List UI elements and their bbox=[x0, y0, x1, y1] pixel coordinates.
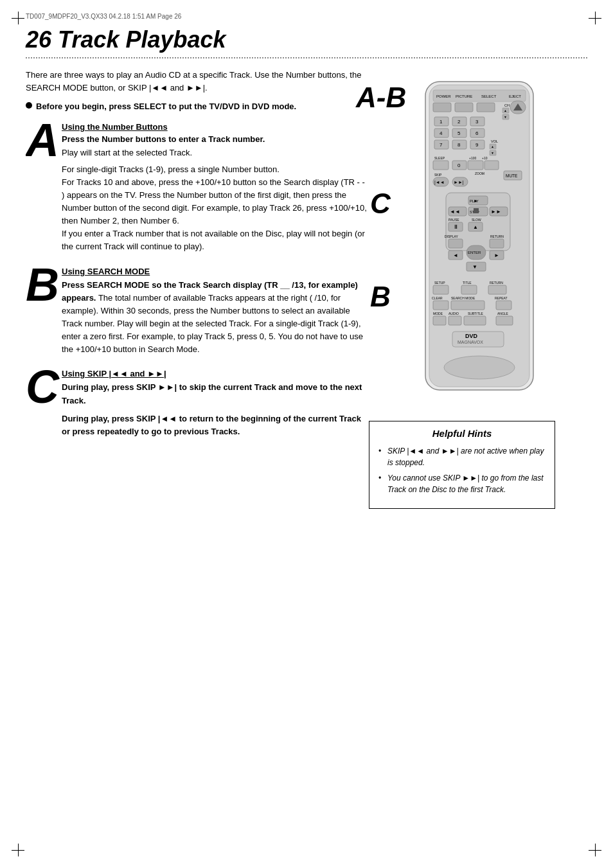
svg-text:◄◄: ◄◄ bbox=[450, 209, 460, 215]
page-title: 26 Track Playback bbox=[26, 26, 587, 53]
svg-rect-86 bbox=[433, 285, 449, 294]
label-c: C bbox=[370, 188, 391, 220]
svg-text:▼: ▼ bbox=[504, 115, 507, 119]
svg-text:MUTE: MUTE bbox=[506, 173, 518, 178]
main-layout: There are three ways to play an Audio CD… bbox=[26, 69, 587, 509]
svg-text:CH: CH bbox=[504, 103, 510, 107]
section-c-body2: During play, press SKIP |◄◄ to return to… bbox=[62, 412, 369, 438]
svg-text:3: 3 bbox=[475, 119, 479, 125]
meta-line: TD007_9MDPF20_V3.QX33 04.2.18 1:51 AM Pa… bbox=[26, 13, 587, 20]
section-c: C Using SKIP |◄◄ and ►►| During play, pr… bbox=[26, 369, 369, 438]
section-a: A Using the Number Buttons Press the Num… bbox=[26, 122, 369, 254]
section-c-body1: During play, press SKIP ►►| to skip the … bbox=[62, 381, 369, 407]
section-a-subheading: Press the Number buttons to enter a Trac… bbox=[62, 134, 369, 144]
svg-rect-74 bbox=[449, 239, 463, 248]
svg-text:7: 7 bbox=[440, 142, 443, 148]
svg-rect-101 bbox=[433, 316, 446, 325]
svg-text:PLAY: PLAY bbox=[470, 199, 479, 203]
remote-svg: POWER PICTURE SELECT EJECT bbox=[420, 78, 539, 400]
svg-rect-47 bbox=[484, 161, 499, 170]
svg-rect-103 bbox=[464, 316, 486, 325]
hints-title: Helpful Hints bbox=[378, 428, 546, 439]
svg-text:MAGNAVOX: MAGNAVOX bbox=[458, 340, 483, 344]
bullet-text: Before you begin, press SELECT to put th… bbox=[36, 100, 296, 113]
section-c-heading: Using SKIP |◄◄ and ►►| bbox=[62, 369, 369, 378]
remote-area: A-B C B POWER PICTURE bbox=[369, 75, 562, 402]
svg-text:9: 9 bbox=[475, 142, 479, 148]
svg-text:6: 6 bbox=[475, 130, 479, 136]
svg-text:⏸: ⏸ bbox=[453, 224, 459, 230]
svg-rect-96 bbox=[496, 301, 511, 310]
section-b-body: Press SEARCH MODE so the Track Search di… bbox=[62, 279, 369, 357]
svg-text:2: 2 bbox=[458, 119, 461, 125]
svg-text:▲: ▲ bbox=[473, 224, 478, 230]
svg-text:SKIP: SKIP bbox=[434, 173, 442, 177]
svg-text:4: 4 bbox=[440, 130, 443, 136]
svg-text:1: 1 bbox=[440, 119, 443, 125]
crosshair-bl bbox=[12, 844, 24, 856]
section-c-letter: C bbox=[26, 369, 59, 410]
crosshair-br bbox=[589, 844, 601, 856]
svg-text:REPEAT: REPEAT bbox=[495, 296, 508, 300]
svg-rect-41 bbox=[433, 161, 449, 170]
svg-rect-102 bbox=[449, 316, 461, 325]
svg-text:DVD: DVD bbox=[465, 333, 478, 339]
section-b-content: Using SEARCH MODE Press SEARCH MODE so t… bbox=[62, 267, 369, 357]
label-ab: A-B bbox=[356, 82, 406, 114]
svg-text:TITLE: TITLE bbox=[463, 281, 472, 285]
svg-rect-104 bbox=[496, 316, 513, 325]
svg-text:DISPLAY: DISPLAY bbox=[445, 235, 458, 238]
svg-rect-90 bbox=[488, 285, 506, 294]
right-col: A-B C B POWER PICTURE bbox=[369, 69, 587, 509]
svg-text:RETURN: RETURN bbox=[490, 281, 503, 285]
section-b: B Using SEARCH MODE Press SEARCH MODE so… bbox=[26, 267, 369, 357]
svg-rect-95 bbox=[451, 301, 484, 310]
svg-text:0: 0 bbox=[458, 163, 461, 168]
crosshair-tr bbox=[589, 12, 601, 24]
svg-text:►: ► bbox=[494, 252, 499, 258]
svg-rect-82 bbox=[490, 239, 504, 248]
section-b-heading: Using SEARCH MODE bbox=[62, 267, 369, 276]
svg-text:▲: ▲ bbox=[491, 145, 494, 148]
page-container: TD007_9MDPF20_V3.QX33 04.2.18 1:51 AM Pa… bbox=[0, 0, 613, 868]
svg-text:RETURN: RETURN bbox=[490, 235, 504, 238]
left-col: There are three ways to play an Audio CD… bbox=[26, 69, 369, 509]
svg-text:AUDIO: AUDIO bbox=[449, 312, 459, 315]
svg-text:MODE: MODE bbox=[433, 312, 443, 315]
svg-text:ANGLE: ANGLE bbox=[497, 312, 509, 315]
svg-rect-88 bbox=[461, 285, 477, 294]
svg-text:SLOW: SLOW bbox=[472, 218, 481, 222]
svg-text:▼: ▼ bbox=[491, 151, 494, 155]
intro-text: There are three ways to play an Audio CD… bbox=[26, 69, 369, 94]
svg-text:5: 5 bbox=[458, 130, 461, 136]
svg-text:▲: ▲ bbox=[504, 109, 507, 112]
svg-text:PICTURE: PICTURE bbox=[456, 94, 472, 98]
svg-text:ZOOM: ZOOM bbox=[475, 172, 484, 175]
svg-text:SUBTITLE: SUBTITLE bbox=[468, 312, 484, 315]
hints-list: SKIP |◄◄ and ►►| are not active when pla… bbox=[378, 445, 546, 495]
svg-text:POWER: POWER bbox=[436, 94, 451, 98]
section-a-body: For single-digit Tracks (1-9), press a s… bbox=[62, 163, 369, 254]
hint-item-1: SKIP |◄◄ and ►►| are not active when pla… bbox=[378, 445, 546, 468]
svg-text:+10: +10 bbox=[482, 156, 488, 160]
svg-text:PAUSE: PAUSE bbox=[449, 218, 459, 222]
svg-text:►►|: ►►| bbox=[454, 180, 464, 185]
helpful-hints-box: Helpful Hints SKIP |◄◄ and ►►| are not a… bbox=[369, 421, 555, 509]
svg-text:8: 8 bbox=[458, 142, 461, 148]
svg-text:VOL: VOL bbox=[491, 139, 498, 143]
section-b-letter: B bbox=[26, 267, 59, 308]
svg-text:SELECT: SELECT bbox=[481, 94, 497, 98]
section-a-heading: Using the Number Buttons bbox=[62, 122, 369, 132]
svg-text:+100: +100 bbox=[469, 156, 476, 160]
svg-text:EJECT: EJECT bbox=[509, 94, 521, 98]
label-b-lower: B bbox=[370, 281, 391, 313]
section-a-content: Using the Number Buttons Press the Numbe… bbox=[62, 122, 369, 254]
svg-rect-45 bbox=[468, 161, 483, 170]
bullet-dot bbox=[26, 102, 32, 109]
svg-point-108 bbox=[444, 356, 515, 379]
bullet-item: Before you begin, press SELECT to put th… bbox=[26, 100, 369, 113]
svg-text:SLEEP: SLEEP bbox=[434, 156, 445, 160]
section-a-letter: A bbox=[26, 122, 59, 163]
remote-svg-container: POWER PICTURE SELECT EJECT bbox=[420, 78, 562, 402]
svg-text:▼: ▼ bbox=[472, 264, 477, 270]
